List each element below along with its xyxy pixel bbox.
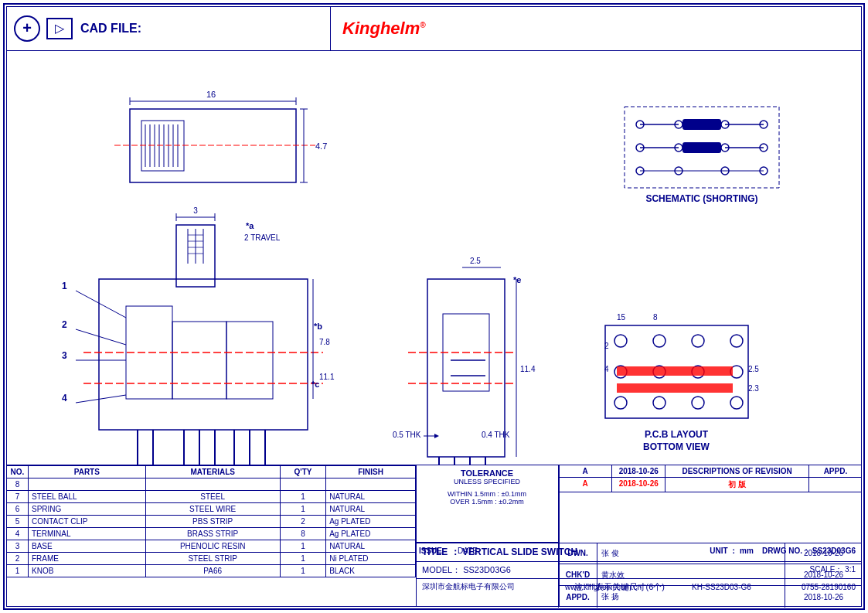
main-drawing-area: 16 4.7 <box>6 51 862 465</box>
note-text: 注:"*"表示关键尺寸(6个) <box>574 581 665 593</box>
svg-rect-102 <box>617 366 733 376</box>
technical-drawing-svg: 16 4.7 <box>6 51 862 465</box>
bom-parts: FRAME <box>29 553 146 565</box>
svg-text:4: 4 <box>604 365 609 373</box>
bom-header-parts: PARTS <box>29 466 146 478</box>
svg-text:16: 16 <box>206 90 216 99</box>
bom-finish: NATURAL <box>326 503 416 516</box>
tolerance-line1: UNLESS SPECIFIED <box>419 478 555 485</box>
vdiv-2 <box>559 465 560 607</box>
svg-text:4.7: 4.7 <box>315 141 327 151</box>
bom-finish: BLACK <box>326 565 416 577</box>
bom-materials: STEEL <box>145 491 280 503</box>
bom-header-qty: Q'TY <box>280 466 325 478</box>
bom-qty: 1 <box>280 503 325 516</box>
bom-parts: STEEL BALL <box>29 491 146 503</box>
title-label: TITLE ： <box>422 547 460 557</box>
table-row: 3 BASE PHENOLIC RESIN 1 NATURAL <box>7 540 416 553</box>
bom-finish <box>326 478 416 491</box>
svg-text:2.5: 2.5 <box>748 365 759 373</box>
dwn-date: 2018-10-26 <box>785 543 862 564</box>
svg-text:11.1: 11.1 <box>319 373 335 381</box>
bom-no: 3 <box>7 540 29 553</box>
bom-no: 6 <box>7 503 29 516</box>
bom-materials: PBS STRIP <box>145 516 280 528</box>
header-bar: CAD FILE: Kinghelm® <box>6 6 862 51</box>
logo-area: Kinghelm® <box>331 19 426 39</box>
bom-materials: PHENOLIC RESIN <box>145 540 280 553</box>
bom-finish: Ni PLATED <box>326 553 416 565</box>
bom-materials <box>145 478 280 491</box>
svg-line-47 <box>76 395 126 403</box>
dwn-label: DWN. <box>559 543 597 564</box>
vdiv-1 <box>416 465 417 607</box>
tolerance-line3: OVER 1.5mm : ±0.2mm <box>419 498 555 506</box>
revision-row: A 2018-10-26 初 版 <box>559 478 862 492</box>
table-row: 7 STEEL BALL STEEL 1 NATURAL <box>7 491 416 503</box>
bottom-section: NO. PARTS MATERIALS Q'TY FINISH 8 7 <box>6 465 862 607</box>
dwn-row: DWN. 张 俊 2018-10-26 <box>559 543 862 564</box>
tolerance-block: TOLERANCE UNLESS SPECIFIED WITHIN 1.5mm … <box>416 465 558 543</box>
svg-text:4: 4 <box>62 393 67 404</box>
hdiv-1 <box>416 543 862 543</box>
tolerance-title: TOLERANCE <box>419 468 555 478</box>
appd-date: 2018-10-26 <box>785 586 862 608</box>
svg-rect-122 <box>682 119 721 130</box>
rev-col-appd: APPD. <box>809 465 862 477</box>
svg-text:*b: *b <box>314 322 322 331</box>
signature-block: DWN. 张 俊 2018-10-26 CHK'D 黄水效 2018-10-26… <box>559 543 862 608</box>
model-label: MODEL： <box>422 565 461 574</box>
header-left: CAD FILE: <box>6 6 331 50</box>
svg-text:3: 3 <box>193 206 198 215</box>
svg-rect-19 <box>99 279 308 430</box>
bom-qty: 1 <box>280 565 325 577</box>
svg-line-41 <box>76 291 126 318</box>
bom-qty: 1 <box>280 491 325 503</box>
bom-finish: Ag PLATED <box>326 528 416 540</box>
rev-date-val: 2018-10-26 <box>612 478 665 492</box>
rev-col-date: 2018-10-26 <box>612 465 665 477</box>
chkd-date: 2018-10-26 <box>785 564 862 585</box>
bom-parts: KNOB <box>29 565 146 577</box>
svg-rect-123 <box>682 142 721 153</box>
bom-materials: PA66 <box>145 565 280 577</box>
svg-text:*a: *a <box>246 221 254 230</box>
svg-text:2 TRAVEL: 2 TRAVEL <box>244 233 281 242</box>
bom-table: NO. PARTS MATERIALS Q'TY FINISH 8 7 <box>6 465 416 577</box>
bom-header-no: NO. <box>7 466 29 478</box>
tolerance-line2: WITHIN 1.5mm : ±0.1mm <box>419 490 555 498</box>
svg-rect-103 <box>617 383 733 393</box>
svg-text:0.5 THK: 0.5 THK <box>393 431 421 439</box>
target-icon <box>14 15 40 42</box>
bom-header-materials: MATERIALS <box>145 466 280 478</box>
bom-qty <box>280 478 325 491</box>
table-row: 2 FRAME STEEL STRIP 1 Ni PLATED <box>7 553 416 565</box>
svg-text:8: 8 <box>653 313 658 322</box>
svg-text:BOTTOM VIEW: BOTTOM VIEW <box>643 441 710 452</box>
bom-finish: NATURAL <box>326 491 416 503</box>
svg-point-89 <box>614 335 627 347</box>
rev-desc-val: 初 版 <box>665 478 809 492</box>
company-name: 深圳市金航标电子有限公司 <box>422 581 515 592</box>
bom-no: 2 <box>7 553 29 565</box>
table-row: 5 CONTACT CLIP PBS STRIP 2 Ag PLATED <box>7 516 416 528</box>
revision-header: A 2018-10-26 DESCRIPTIONS OF REVISION AP… <box>559 465 862 478</box>
rev-col-desc: DESCRIPTIONS OF REVISION <box>665 465 809 477</box>
bom-qty: 1 <box>280 540 325 553</box>
bom-materials: STEEL WIRE <box>145 503 280 516</box>
svg-text:*e: *e <box>513 275 521 284</box>
bom-qty: 1 <box>280 553 325 565</box>
svg-text:2: 2 <box>604 342 609 350</box>
dwn-name: 张 俊 <box>597 543 785 564</box>
svg-rect-29 <box>172 322 226 399</box>
svg-text:7.8: 7.8 <box>319 338 330 346</box>
bom-no: 5 <box>7 516 29 528</box>
svg-text:P.C.B LAYOUT: P.C.B LAYOUT <box>645 429 709 440</box>
model-value: SS23D03G6 <box>463 565 511 574</box>
bom-parts <box>29 478 146 491</box>
arrow-icon <box>46 18 73 39</box>
bom-no: 8 <box>7 478 29 491</box>
svg-text:SCHEMATIC (SHORTING): SCHEMATIC (SHORTING) <box>645 193 757 204</box>
svg-point-99 <box>692 397 704 409</box>
bom-no: 7 <box>7 491 29 503</box>
